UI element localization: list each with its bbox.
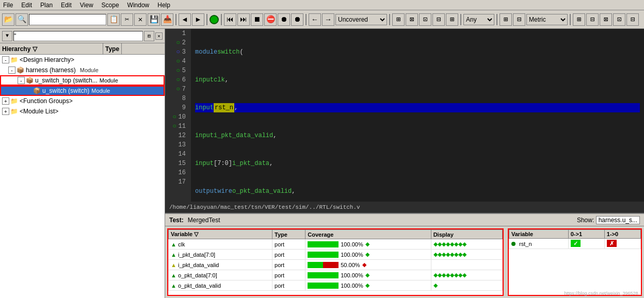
toolbar-save-btn[interactable]: 💾 xyxy=(148,13,160,26)
tree-item-module-list[interactable]: + 📁 <Module List> xyxy=(0,106,165,117)
menu-file[interactable]: File xyxy=(2,2,14,9)
expand-icon-fg[interactable]: + xyxy=(2,97,9,105)
toolbar-search-input[interactable] xyxy=(29,14,106,25)
code-line-5: input [7:0] i_pkt_data, xyxy=(195,159,640,168)
gutter-17: 17 xyxy=(165,177,188,187)
panel-arrow-btn[interactable]: ▼ xyxy=(2,31,12,41)
code-line-1: module switch( xyxy=(195,47,640,57)
gutter-16: 16 xyxy=(165,168,188,177)
toolbar-arrow-left-btn[interactable]: ← xyxy=(309,13,321,26)
coverage-table-wrapper: Variable ▽ Type Coverage Display ▲ clk p… xyxy=(167,228,504,296)
toolbar-x2-btn[interactable]: ⊠ xyxy=(406,13,418,26)
toolbar-grid5-btn[interactable]: ⊟ xyxy=(626,13,639,26)
expand-icon[interactable]: - xyxy=(2,56,9,63)
toolbar-grid2-btn[interactable]: ⊟ xyxy=(586,13,599,26)
toolbar-x3-btn[interactable]: ⊡ xyxy=(419,13,431,26)
cov-clk: 100.00%◆ xyxy=(305,239,431,250)
toolbar-copy-btn[interactable]: 📋 xyxy=(107,13,120,26)
table-row[interactable]: ▲ i_pkt_data[7:0] port 100.00%◆ ◆◆◆◆◆◆◆◆ xyxy=(169,250,503,260)
menu-plan[interactable]: Plan xyxy=(39,2,54,9)
menu-scope[interactable]: Scope xyxy=(101,2,120,9)
toolbar-nav5-btn[interactable]: ⏺ xyxy=(278,13,290,26)
table-row[interactable]: ▲ o_pkt_data[7:0] port 100.00%◆ ◆◆◆◆◆◆◆◆ xyxy=(169,270,503,280)
menu-view[interactable]: View xyxy=(79,2,94,9)
tree-item-function-groups[interactable]: + 📁 <Function Groups> xyxy=(0,96,165,106)
code-area[interactable]: 1 ○2 ○3 ○4 ○5 ○6 ○7 8 9 ○10 ○11 12 13 14… xyxy=(165,29,644,202)
separator-1 xyxy=(175,14,176,25)
type-col-header: Type xyxy=(103,43,122,54)
test-label: Test: xyxy=(169,217,184,224)
separator-4 xyxy=(305,14,307,25)
code-gutter: 1 ○2 ○3 ○4 ○5 ○6 ○7 8 9 ○10 ○11 12 13 14… xyxy=(165,29,191,202)
toolbar-delete-btn[interactable]: ✕ xyxy=(134,13,147,26)
toolbar-back-btn[interactable]: ◀ xyxy=(179,13,191,26)
gutter-14: 14 xyxy=(165,150,188,159)
toolbar-grid4-btn[interactable]: ⊡ xyxy=(613,13,625,26)
toolbar-nav6-btn[interactable]: ⏺ xyxy=(291,13,303,26)
toolbar-nav2-btn[interactable]: ⏭ xyxy=(237,13,250,26)
tree-item-u-switch[interactable]: 📦 u_switch (switch) Module xyxy=(0,86,165,96)
test-header: Test: MergedTest Show: harness.u_s... xyxy=(165,214,644,226)
panel-x-btn[interactable]: ✕ xyxy=(155,32,163,40)
toolbar-cut-btn[interactable]: ✂ xyxy=(121,13,133,26)
tree-item-u-switch-top[interactable]: - 📦 u_switch_top (switch... Module xyxy=(0,75,165,86)
toolbar-grid3-btn[interactable]: ⊠ xyxy=(600,13,612,26)
panel-search-input[interactable] xyxy=(13,31,143,41)
show-value: harness.u_s... xyxy=(596,216,640,224)
panel-grid-btn[interactable]: ⊞ xyxy=(144,31,154,41)
toolbar-nav3-btn[interactable]: ⏹ xyxy=(251,13,263,26)
metric-select[interactable]: Metric xyxy=(526,14,568,25)
gutter-15: 15 xyxy=(165,159,188,168)
toolbar-e2-btn[interactable]: ⊟ xyxy=(513,13,525,26)
table-row[interactable]: ▲ o_pkt_data_valid port 100.00%◆ ◆ xyxy=(169,280,503,291)
col-header-coverage: Coverage xyxy=(305,230,431,239)
menu-window[interactable]: Window xyxy=(126,2,151,9)
toolbar-x5-btn[interactable]: ⊞ xyxy=(446,13,458,26)
menu-edit[interactable]: Edit xyxy=(20,2,33,9)
table-row[interactable]: ▲ clk port 100.00%◆ ◆◆◆◆◆◆◆◆ xyxy=(169,239,503,250)
toolbar-search-btn[interactable]: 🔍 xyxy=(15,13,28,26)
harness-type: Module xyxy=(80,67,99,73)
code-line-3: input rst_n, xyxy=(195,103,640,112)
tree-item-design-hierarchy[interactable]: - 📁 <Design Hierarchy> xyxy=(0,55,165,65)
menu-help[interactable]: Help xyxy=(156,2,171,9)
menu-edit2[interactable]: Edit xyxy=(60,2,73,9)
toolbar-e1-btn[interactable]: ⊞ xyxy=(500,13,512,26)
code-line-2: input clk, xyxy=(195,75,640,85)
gutter-1: 1 xyxy=(165,29,188,38)
any-filter-select[interactable]: Any xyxy=(463,14,494,25)
separator-3 xyxy=(221,14,222,25)
toolbar-open-btn[interactable]: 📂 xyxy=(2,13,14,26)
var-ipkt: ▲ i_pkt_data[7:0] xyxy=(169,250,272,260)
separator-2 xyxy=(206,14,207,25)
toolbar-x4-btn[interactable]: ⊟ xyxy=(432,13,445,26)
tree-item-label: <Design Hierarchy> xyxy=(20,56,74,63)
toggle-row[interactable]: rst_n ✓ ✗ xyxy=(509,239,641,249)
separator-7 xyxy=(496,14,497,25)
code-content: module switch( input clk, input rst_n, i… xyxy=(191,29,644,202)
cov-ipkt: 100.00%◆ xyxy=(305,250,431,260)
toolbar-load-btn[interactable]: 📥 xyxy=(161,13,173,26)
file-path-bar: /home/liaoyuan/mac_test/tsn/VER/test/sim… xyxy=(165,202,644,213)
toggle-table-wrapper: Variable 0->1 1->0 rst_n xyxy=(508,228,642,296)
coverage-table: Variable ▽ Type Coverage Display ▲ clk p… xyxy=(168,229,503,291)
table-row[interactable]: ▲ i_pkt_data_valid port 50.00%◆ xyxy=(169,260,503,270)
toolbar-forward-btn[interactable]: ▶ xyxy=(192,13,204,26)
disp-opktv: ◆ xyxy=(431,280,502,291)
toolbar-nav1-btn[interactable]: ⏮ xyxy=(224,13,236,26)
toolbar-arrow-right-btn[interactable]: → xyxy=(322,13,334,26)
folder-icon: 📁 xyxy=(10,56,18,63)
module-icon-harness: 📦 xyxy=(17,67,24,74)
gutter-2: ○2 xyxy=(165,38,188,47)
coverage-filter-select[interactable]: Uncovered All Covered xyxy=(335,14,387,25)
tree-item-harness[interactable]: - 📦 harness (harness) Module xyxy=(0,65,165,75)
toolbar-x1-btn[interactable]: ⊞ xyxy=(392,13,405,26)
tree-item-fg-label: <Function Groups> xyxy=(20,97,73,105)
show-label-text: Show: xyxy=(577,217,594,224)
expand-icon-harness[interactable]: - xyxy=(8,67,15,74)
expand-icon-ml[interactable]: + xyxy=(2,108,9,115)
toolbar-grid1-btn[interactable]: ⊞ xyxy=(573,13,585,26)
expand-icon-switch-top[interactable]: - xyxy=(18,77,25,84)
gutter-8: 8 xyxy=(165,94,188,103)
toolbar-nav4-btn[interactable]: ⛔ xyxy=(264,13,277,26)
